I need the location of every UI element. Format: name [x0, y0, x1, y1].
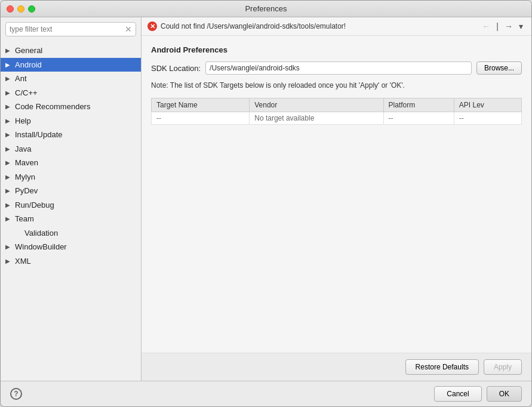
sidebar-item-label: Install/Update	[15, 129, 63, 141]
android-arrow-icon: ▶	[5, 60, 13, 69]
table-header-row: Target Name Vendor Platform API Lev	[152, 98, 522, 112]
col-vendor: Vendor	[250, 98, 383, 112]
sidebar-item-label: C/C++	[15, 87, 38, 99]
sidebar-item-help[interactable]: ▶Help	[1, 114, 141, 128]
nav-back-button[interactable]: ←	[479, 20, 493, 32]
general-arrow-icon: ▶	[5, 46, 13, 55]
table-cell-vendor: No target available	[250, 112, 383, 124]
sdk-location-input[interactable]	[205, 61, 472, 75]
cpp-arrow-icon: ▶	[5, 88, 13, 97]
footer: ? Cancel OK	[1, 381, 531, 406]
tree-area: ▶General▶Android▶Ant▶C/C++▶Code Recommen…	[1, 41, 141, 381]
error-icon: ✕	[147, 21, 157, 31]
search-clear-icon[interactable]: ✕	[125, 24, 132, 34]
sidebar-item-mylyn[interactable]: ▶Mylyn	[1, 170, 141, 184]
help-arrow-icon: ▶	[5, 116, 13, 125]
sidebar-item-code-recommenders[interactable]: ▶Code Recommenders	[1, 100, 141, 114]
sidebar-item-label: Mylyn	[15, 171, 35, 183]
sidebar-item-run-debug[interactable]: ▶Run/Debug	[1, 198, 141, 212]
sidebar-item-label: Validation	[24, 227, 58, 239]
nav-separator: |	[494, 20, 501, 32]
sidebar-item-windowbuilder[interactable]: ▶WindowBuilder	[1, 240, 141, 254]
error-message: Could not find /Users/wanglei/android-sd…	[161, 22, 476, 30]
title-bar: Preferences	[1, 1, 531, 17]
sidebar-item-java[interactable]: ▶Java	[1, 142, 141, 156]
bottom-buttons: Restore Defaults Apply	[142, 353, 531, 381]
col-target-name: Target Name	[152, 98, 250, 112]
sidebar-item-label: General	[15, 45, 42, 57]
footer-buttons: Cancel OK	[434, 386, 522, 402]
xml-arrow-icon: ▶	[5, 257, 13, 266]
team-arrow-icon: ▶	[5, 214, 13, 223]
code-recommenders-arrow-icon: ▶	[5, 102, 13, 111]
sidebar-item-android[interactable]: ▶Android	[1, 58, 141, 72]
close-button[interactable]	[7, 5, 14, 13]
sidebar-item-label: XML	[15, 255, 31, 267]
install-update-arrow-icon: ▶	[5, 130, 13, 139]
table-cell-api: --	[454, 112, 521, 124]
sidebar-item-validation[interactable]: Validation	[1, 226, 141, 240]
maximize-button[interactable]	[28, 5, 35, 13]
sidebar-item-maven[interactable]: ▶Maven	[1, 156, 141, 170]
ok-button[interactable]: OK	[487, 386, 522, 402]
sidebar-item-label: PyDev	[15, 185, 38, 197]
table-cell-target: --	[152, 112, 250, 124]
preferences-content: Android Preferences SDK Location: Browse…	[142, 36, 531, 353]
nav-buttons: ← | → ▾	[479, 20, 525, 32]
preferences-window: Preferences ✕ ▶General▶Android▶Ant▶C/C++…	[0, 0, 532, 407]
help-icon[interactable]: ?	[10, 388, 22, 400]
content-area: ✕ ▶General▶Android▶Ant▶C/C++▶Code Recomm…	[1, 17, 531, 381]
maven-arrow-icon: ▶	[5, 158, 13, 167]
sidebar-item-pydev[interactable]: ▶PyDev	[1, 184, 141, 198]
col-platform: Platform	[383, 98, 454, 112]
sidebar-item-cpp[interactable]: ▶C/C++	[1, 86, 141, 100]
sidebar-item-label: Code Recommenders	[15, 101, 90, 113]
sidebar-item-install-update[interactable]: ▶Install/Update	[1, 128, 141, 142]
error-bar: ✕ Could not find /Users/wanglei/android-…	[142, 17, 531, 36]
main-panel: ✕ Could not find /Users/wanglei/android-…	[142, 17, 531, 381]
sidebar-item-label: Maven	[15, 157, 38, 169]
note-text: Note: The list of SDK Targets below is o…	[151, 81, 522, 91]
restore-defaults-button[interactable]: Restore Defaults	[405, 359, 479, 375]
window-title: Preferences	[245, 4, 287, 13]
table-row: --No target available----	[152, 112, 522, 124]
sidebar-item-label: WindowBuilder	[15, 241, 67, 253]
windowbuilder-arrow-icon: ▶	[5, 242, 13, 251]
section-title: Android Preferences	[151, 45, 522, 54]
sidebar-item-label: Java	[15, 143, 31, 155]
cancel-button[interactable]: Cancel	[434, 386, 481, 402]
search-input[interactable]	[10, 25, 122, 33]
sidebar-item-label: Android	[15, 59, 42, 71]
nav-dropdown-button[interactable]: ▾	[516, 20, 525, 32]
browse-button[interactable]: Browse...	[476, 61, 522, 75]
sidebar-item-xml[interactable]: ▶XML	[1, 254, 141, 269]
mylyn-arrow-icon: ▶	[5, 172, 13, 181]
sidebar-item-label: Run/Debug	[15, 199, 54, 211]
sidebar: ✕ ▶General▶Android▶Ant▶C/C++▶Code Recomm…	[1, 17, 142, 381]
sdk-label: SDK Location:	[151, 64, 201, 73]
sidebar-item-general[interactable]: ▶General	[1, 44, 141, 58]
sidebar-item-label: Help	[15, 115, 31, 127]
nav-forward-button[interactable]: →	[502, 20, 515, 32]
ant-arrow-icon: ▶	[5, 74, 13, 83]
search-box[interactable]: ✕	[5, 22, 136, 36]
targets-table: Target Name Vendor Platform API Lev --No…	[151, 98, 522, 125]
sidebar-item-team[interactable]: ▶Team	[1, 212, 141, 226]
apply-button[interactable]: Apply	[484, 359, 522, 375]
sidebar-item-label: Ant	[15, 73, 27, 85]
pydev-arrow-icon: ▶	[5, 186, 13, 195]
sdk-row: SDK Location: Browse...	[151, 61, 522, 75]
traffic-lights	[7, 5, 35, 13]
run-debug-arrow-icon: ▶	[5, 201, 13, 209]
java-arrow-icon: ▶	[5, 144, 13, 153]
col-api-level: API Lev	[454, 98, 521, 112]
table-cell-platform: --	[383, 112, 454, 124]
sidebar-item-ant[interactable]: ▶Ant	[1, 72, 141, 86]
sidebar-item-label: Team	[15, 213, 34, 225]
minimize-button[interactable]	[17, 5, 24, 13]
